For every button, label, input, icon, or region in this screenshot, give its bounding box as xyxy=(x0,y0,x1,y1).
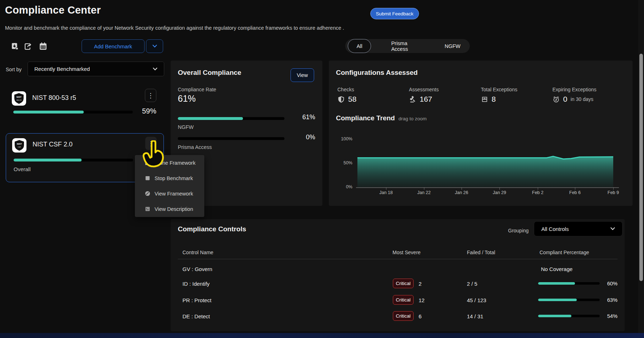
prisma-access-compliance-bar xyxy=(178,137,284,140)
expiring-exceptions-value: 0 in 30 days xyxy=(552,95,594,103)
compliant-percentage-value: 54% xyxy=(600,313,618,319)
menu-item-stop-benchmark[interactable]: Stop Benchmark xyxy=(135,170,204,186)
expiring-exceptions-label: Expiring Exceptions xyxy=(552,87,596,92)
ngfw-label: NGFW xyxy=(178,124,194,130)
view-overall-compliance-button[interactable]: View xyxy=(291,68,314,82)
compliance-rate-label: Compliance Rate xyxy=(178,87,216,92)
checks-value: 58 xyxy=(337,95,356,103)
page-title: Compliance Center xyxy=(5,4,101,16)
menu-item-view-description[interactable]: View Description xyxy=(135,201,204,217)
drag-to-zoom-hint: drag to zoom xyxy=(399,116,427,121)
x-tickmark xyxy=(499,187,500,190)
trend-chart-svg xyxy=(357,136,613,187)
assessments-value: 167 xyxy=(409,95,432,103)
severity-badge: Critical xyxy=(393,311,414,321)
grouping-dropdown[interactable]: All Controls xyxy=(534,221,623,236)
sort-by-label: Sort by xyxy=(6,67,21,72)
severity-badge: Critical xyxy=(393,295,414,305)
expiring-exceptions-suffix: in 30 days xyxy=(571,96,594,102)
y-tick-100: 100% xyxy=(331,136,352,141)
compliant-percentage-value: 60% xyxy=(600,281,618,286)
submit-feedback-button[interactable]: Submit Feedback xyxy=(370,8,419,19)
add-benchmark-dropdown-button[interactable] xyxy=(146,39,163,53)
col-most-severe: Most Severe xyxy=(392,250,421,255)
x-tick-label: Jan 18 xyxy=(374,190,399,195)
y-tick-0: 0% xyxy=(331,184,352,189)
x-tick-label: Feb 6 xyxy=(562,190,587,195)
taskbar-edge xyxy=(0,333,644,338)
overall-compliance-title: Overall Compliance xyxy=(178,69,241,77)
nist-800-53-badge-icon: NIST 800-53 xyxy=(12,91,26,106)
sort-dropdown-value: Recently Benchmarked xyxy=(34,66,90,72)
x-tickmark xyxy=(575,187,575,190)
x-tickmark xyxy=(613,187,614,190)
cursor-hand-icon xyxy=(142,140,165,168)
severity-count: 6 xyxy=(419,313,421,319)
tab-ngfw[interactable]: NGFW xyxy=(435,39,470,53)
col-compliant-percentage: Compliant Percentage xyxy=(540,250,589,255)
total-exceptions-label: Total Exceptions xyxy=(481,87,517,92)
col-failed-total: Failed / Total xyxy=(467,250,495,255)
scrollbar-thumb[interactable] xyxy=(639,54,643,281)
compliant-percentage-bar xyxy=(538,315,600,317)
table-header-divider xyxy=(178,259,618,259)
trend-area xyxy=(357,156,613,187)
total-exceptions-value: 8 xyxy=(481,95,496,103)
severity-badge: Critical xyxy=(393,279,414,288)
description-icon xyxy=(145,206,150,212)
x-tick-label: Feb 9 xyxy=(601,190,626,195)
failed-total: 14 / 31 xyxy=(467,313,483,319)
chevron-down-icon xyxy=(152,45,157,48)
control-name: DE : Detect xyxy=(182,313,210,319)
ngfw-compliance-value: 61% xyxy=(292,114,315,121)
alarm-icon xyxy=(552,96,560,103)
x-tick-label: Feb 2 xyxy=(525,190,550,195)
col-control-name: Control Name xyxy=(182,250,213,255)
compliant-percentage-bar xyxy=(538,299,600,301)
compliance-rate-value: 61% xyxy=(178,93,196,104)
chevron-down-icon xyxy=(610,227,615,230)
nist-csf-badge-icon: NIST CSF xyxy=(12,138,26,153)
shield-icon xyxy=(337,96,345,103)
y-tick-50: 50% xyxy=(331,160,352,165)
benchmark-progress-bar xyxy=(14,159,133,161)
view-icon xyxy=(145,191,150,196)
schedule-calendar-icon[interactable] xyxy=(39,42,48,51)
svg-text:800-53: 800-53 xyxy=(16,99,21,101)
menu-item-view-framework[interactable]: View Framework xyxy=(135,186,204,201)
compliance-trend-chart[interactable] xyxy=(357,136,613,187)
compliance-controls-title: Compliance Controls xyxy=(178,225,246,233)
failed-total: 45 / 123 xyxy=(467,297,486,303)
export-benchmark-icon[interactable] xyxy=(24,42,33,51)
compliant-percentage-bar xyxy=(538,282,600,285)
configurations-assessed-title: Configurations Assessed xyxy=(336,69,418,77)
chevron-down-icon xyxy=(153,68,157,71)
tab-prisma-access[interactable]: Prisma Access xyxy=(382,39,429,53)
benchmark-name: NIST CSF 2.0 xyxy=(33,141,73,148)
checks-label: Checks xyxy=(337,87,354,92)
prisma-access-label: Prisma Access xyxy=(178,144,212,150)
control-name: GV : Govern xyxy=(182,266,212,272)
x-tick-label: Jan 26 xyxy=(449,190,474,195)
coverage-status: No Coverage xyxy=(541,266,572,272)
import-benchmark-icon[interactable] xyxy=(10,42,19,51)
assessments-label: Assessments xyxy=(409,87,439,92)
benchmark-progress-value: 59% xyxy=(142,107,156,115)
svg-text:CSF: CSF xyxy=(18,146,21,148)
benchmark-name: NIST 800-53 r5 xyxy=(32,94,76,102)
platform-filter-tabs: All Prisma Access NGFW xyxy=(345,39,470,53)
control-name: PR : Protect xyxy=(182,297,211,303)
benchmark-kebab-menu-button[interactable]: ⋮ xyxy=(145,89,156,102)
add-benchmark-button[interactable]: Add Benchmark xyxy=(82,39,145,53)
trend-x-axis xyxy=(356,187,619,188)
stop-icon xyxy=(145,175,150,181)
page-subtitle: Monitor and benchmark the compliance of … xyxy=(5,25,344,31)
benchmark-item-nist-800-53[interactable]: NIST 800-53 NIST 800-53 r5 ⋮ 59% xyxy=(6,86,164,124)
x-tickmark xyxy=(462,187,462,190)
x-tick-label: Jan 22 xyxy=(411,190,436,195)
sort-dropdown[interactable]: Recently Benchmarked xyxy=(28,62,164,76)
grouping-label: Grouping xyxy=(508,228,529,233)
x-tickmark xyxy=(386,187,386,190)
benchmark-progress-bar xyxy=(13,111,133,114)
tab-all[interactable]: All xyxy=(348,39,371,53)
